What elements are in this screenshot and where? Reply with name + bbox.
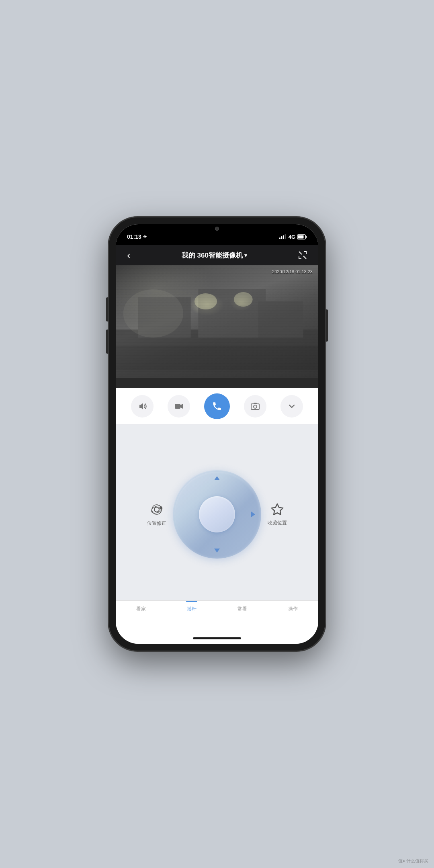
joystick-right-arrow[interactable] <box>251 511 256 518</box>
svg-rect-3 <box>285 234 286 239</box>
feed-bottom-bar <box>116 378 318 388</box>
tab-operation[interactable]: 操作 <box>268 606 318 612</box>
front-camera <box>215 227 219 231</box>
scene-svg <box>116 265 318 378</box>
svg-point-23 <box>150 504 163 514</box>
tab-joystick[interactable]: 摇杆 <box>166 606 217 612</box>
status-right: 4G <box>279 234 307 240</box>
snapshot-button[interactable] <box>244 395 266 418</box>
svg-rect-16 <box>175 404 180 409</box>
phone-screen: 01:13 ✈ 4G <box>116 224 318 644</box>
svg-point-19 <box>254 405 257 408</box>
camera-title: 我的 360智能摄像机 <box>182 251 243 260</box>
svg-rect-8 <box>138 297 191 338</box>
position-calibration-button[interactable]: 位置修正 <box>141 502 173 527</box>
location-icon: ✈ <box>143 234 147 240</box>
more-button[interactable] <box>280 395 303 418</box>
svg-rect-1 <box>281 236 282 239</box>
svg-rect-0 <box>279 237 280 239</box>
home-indicator <box>116 633 318 644</box>
svg-rect-6 <box>298 235 304 238</box>
svg-point-11 <box>194 293 217 309</box>
position-calibration-label: 位置修正 <box>147 520 166 527</box>
svg-rect-9 <box>198 289 266 338</box>
joystick-area: 位置修正 <box>116 424 318 600</box>
joystick-dial[interactable] <box>173 470 261 559</box>
expand-button[interactable] <box>298 251 307 260</box>
controls-bar <box>116 388 318 424</box>
joystick-center[interactable] <box>199 496 235 532</box>
volume-down-button[interactable] <box>106 330 108 354</box>
network-type: 4G <box>289 234 295 240</box>
svg-rect-7 <box>116 330 318 378</box>
svg-rect-13 <box>116 346 318 370</box>
tab-joystick-label: 摇杆 <box>187 606 197 612</box>
tab-bar: 看家 摇杆 常看 操作 <box>116 600 318 633</box>
svg-point-21 <box>154 507 159 512</box>
signal-bars-icon <box>279 234 287 239</box>
tab-home[interactable]: 看家 <box>116 606 166 612</box>
volume-up-button[interactable] <box>106 297 108 321</box>
favorite-position-label: 收藏位置 <box>268 520 287 526</box>
svg-point-12 <box>234 292 253 307</box>
favorite-icon <box>270 503 284 516</box>
svg-rect-10 <box>258 301 303 338</box>
back-button[interactable]: ‹ <box>127 249 131 262</box>
watermark: 值♦ 什么值得买 <box>398 858 428 864</box>
notch <box>191 224 243 235</box>
svg-rect-20 <box>254 403 257 404</box>
camera-feed: 2020/12/18 01:13:23 <box>116 265 318 378</box>
joystick-down-arrow[interactable] <box>214 548 220 553</box>
svg-marker-17 <box>180 404 183 409</box>
nav-bar: ‹ 我的 360智能摄像机 ▾ <box>116 245 318 265</box>
svg-rect-5 <box>306 236 307 238</box>
joystick-container: 位置修正 <box>124 470 310 559</box>
speaker-button[interactable] <box>131 395 154 418</box>
phone-shell: 01:13 ✈ 4G <box>108 217 326 651</box>
call-button[interactable] <box>204 393 230 419</box>
favorite-position-button[interactable]: 收藏位置 <box>261 503 293 526</box>
svg-point-14 <box>123 289 183 338</box>
nav-title: 我的 360智能摄像机 ▾ <box>182 251 247 260</box>
svg-rect-2 <box>283 235 284 240</box>
battery-icon <box>297 234 307 240</box>
tab-frequent[interactable]: 常看 <box>217 606 268 612</box>
feed-timestamp: 2020/12/18 01:13:23 <box>272 269 313 274</box>
tab-home-label: 看家 <box>136 606 146 612</box>
power-button[interactable] <box>326 309 328 342</box>
status-time-area: 01:13 ✈ <box>127 233 147 240</box>
svg-marker-15 <box>139 403 143 409</box>
status-time: 01:13 <box>127 233 141 240</box>
svg-marker-25 <box>272 504 283 514</box>
calibration-icon <box>149 502 164 517</box>
title-dropdown-icon[interactable]: ▾ <box>244 252 247 258</box>
home-bar <box>193 637 241 639</box>
joystick-up-arrow[interactable] <box>214 476 220 481</box>
svg-point-24 <box>160 507 162 509</box>
tab-operation-label: 操作 <box>288 606 298 612</box>
tab-frequent-label: 常看 <box>237 606 247 612</box>
record-button[interactable] <box>168 395 190 418</box>
